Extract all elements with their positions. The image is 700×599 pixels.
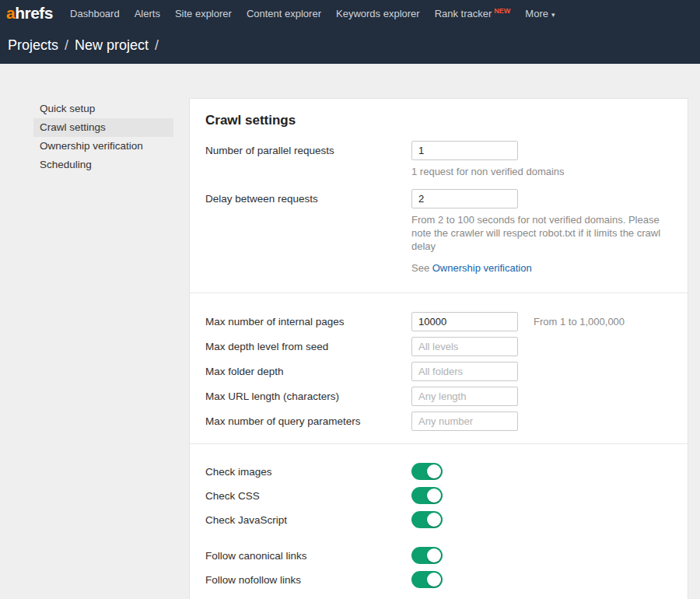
form-row-delay: Delay between requests From 2 to 100 sec…	[205, 189, 669, 274]
field-label: Check JavaScript	[205, 514, 411, 526]
ahrefs-logo[interactable]: ahrefs	[6, 4, 53, 23]
breadcrumb-separator: /	[65, 37, 68, 54]
nav-item-label: Rank tracker	[435, 8, 492, 19]
form-field: 1 request for non verified domains	[411, 141, 669, 178]
follow-canonical-toggle[interactable]	[411, 547, 443, 564]
nav-item-dashboard[interactable]: Dashboard	[70, 8, 120, 19]
form-field	[411, 387, 669, 406]
logo-letter-a: a	[6, 4, 15, 22]
sidebar-item-scheduling[interactable]: Scheduling	[33, 156, 173, 174]
sidebar-item-crawl-settings[interactable]: Crawl settings	[33, 118, 173, 137]
page-body: Quick setup Crawl settings Ownership ver…	[0, 64, 700, 599]
follow-nofollow-toggle[interactable]	[411, 571, 443, 588]
main-navbar: ahrefs Dashboard Alerts Site explorer Co…	[0, 0, 700, 26]
toggle-row-check-css: Check CSS	[205, 487, 669, 504]
toggle-row-check-javascript: Check JavaScript	[205, 511, 669, 528]
top-header: ahrefs Dashboard Alerts Site explorer Co…	[0, 0, 700, 64]
toggle-knob	[427, 513, 441, 527]
max-folder-depth-input[interactable]	[411, 362, 518, 381]
crawl-settings-card: Crawl settings Number of parallel reques…	[189, 98, 688, 599]
toggle-knob	[427, 464, 441, 478]
field-label: Max number of query parameters	[205, 412, 411, 431]
ownership-verification-link[interactable]: Ownership verification	[432, 262, 532, 274]
nav-item-keywords-explorer[interactable]: Keywords explorer	[336, 8, 420, 19]
toggle-knob	[427, 548, 441, 562]
form-field: From 1 to 1,000,000	[411, 312, 669, 331]
check-css-toggle[interactable]	[411, 487, 443, 504]
sidebar-item-quick-setup[interactable]: Quick setup	[33, 100, 173, 118]
delay-input[interactable]	[411, 189, 518, 208]
nav-item-content-explorer[interactable]: Content explorer	[247, 8, 321, 19]
nav-item-more[interactable]: More▾	[525, 8, 555, 19]
field-label: Number of parallel requests	[205, 141, 411, 178]
field-helper-text: From 2 to 100 seconds for not verified d…	[411, 213, 669, 253]
form-field	[411, 362, 669, 381]
max-depth-input[interactable]	[411, 337, 518, 356]
divider	[190, 292, 688, 293]
form-field: From 2 to 100 seconds for not verified d…	[411, 189, 669, 274]
max-url-length-input[interactable]	[411, 387, 518, 406]
range-note: From 1 to 1,000,000	[534, 316, 625, 328]
divider	[190, 443, 688, 444]
form-field	[411, 412, 669, 431]
new-badge: NEW	[494, 7, 510, 15]
field-label: Follow canonical links	[205, 550, 411, 562]
field-label: Follow nofollow links	[205, 574, 411, 586]
field-label: Max depth level from seed	[205, 337, 411, 356]
breadcrumb-separator: /	[155, 37, 159, 54]
form-row-max-query-params: Max number of query parameters	[205, 412, 669, 431]
see-line: See Ownership verification	[411, 262, 669, 274]
page-title: Crawl settings	[205, 113, 669, 128]
nav-item-site-explorer[interactable]: Site explorer	[175, 8, 232, 19]
settings-sidebar: Quick setup Crawl settings Ownership ver…	[0, 98, 189, 599]
check-images-toggle[interactable]	[411, 463, 443, 480]
toggle-knob	[427, 489, 441, 503]
see-label: See	[411, 262, 432, 274]
chevron-down-icon: ▾	[551, 11, 555, 19]
check-javascript-toggle[interactable]	[411, 511, 443, 528]
field-label: Check images	[205, 466, 411, 478]
nav-item-rank-tracker[interactable]: Rank trackerNEW	[435, 7, 511, 19]
form-row-parallel-requests: Number of parallel requests 1 request fo…	[205, 141, 669, 178]
toggle-row-follow-nofollow: Follow nofollow links	[205, 571, 669, 588]
form-field	[411, 337, 669, 356]
max-query-params-input[interactable]	[411, 412, 518, 431]
breadcrumb: Projects / New project /	[0, 26, 700, 64]
parallel-requests-input[interactable]	[411, 141, 518, 160]
sidebar-item-ownership-verification[interactable]: Ownership verification	[33, 137, 173, 156]
field-label: Max folder depth	[205, 362, 411, 381]
breadcrumb-new-project[interactable]: New project	[75, 37, 149, 54]
form-row-max-url-length: Max URL length (characters)	[205, 387, 669, 406]
nav-item-alerts[interactable]: Alerts	[135, 8, 160, 19]
field-helper-text: 1 request for non verified domains	[411, 165, 669, 178]
breadcrumb-projects[interactable]: Projects	[8, 37, 58, 54]
logo-rest: hrefs	[15, 4, 53, 22]
field-label: Max URL length (characters)	[205, 387, 411, 406]
nav-item-label: More	[525, 8, 548, 19]
toggle-row-check-images: Check images	[205, 463, 669, 480]
toggle-row-follow-canonical: Follow canonical links	[205, 547, 669, 564]
field-label: Max number of internal pages	[205, 312, 411, 331]
field-label: Check CSS	[205, 490, 411, 502]
max-internal-pages-input[interactable]	[411, 312, 518, 331]
field-label: Delay between requests	[205, 189, 411, 274]
form-row-max-folder-depth: Max folder depth	[205, 362, 669, 381]
toggle-knob	[427, 573, 441, 587]
form-row-max-depth: Max depth level from seed	[205, 337, 669, 356]
form-row-max-internal-pages: Max number of internal pages From 1 to 1…	[205, 312, 669, 331]
